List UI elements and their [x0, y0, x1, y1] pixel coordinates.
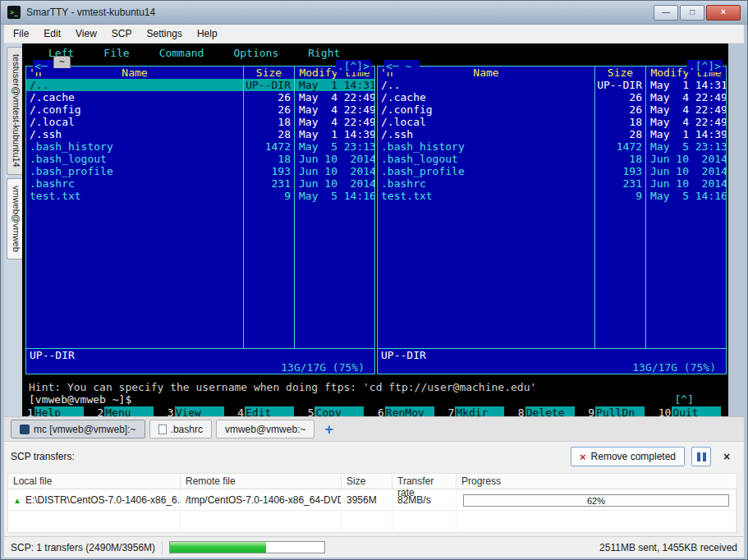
- mc-menu-right[interactable]: Right: [308, 47, 340, 59]
- remove-completed-button[interactable]: × Remove completed: [571, 447, 685, 466]
- panel-scroll-marker[interactable]: .[^]>: [687, 60, 723, 72]
- current-dir-chip[interactable]: ~: [53, 56, 71, 68]
- transfer-row[interactable]: ▲ E:\DISTR\CentOS-7.0-1406-x86_6... /tmp…: [8, 489, 737, 511]
- side-tab-strip: testuser@vmtest-kubuntu14 vmweb@vmweb: [4, 44, 22, 416]
- file-row[interactable]: .bashrc231Jun 10 2014: [26, 177, 374, 190]
- header-local-file[interactable]: Local file: [8, 474, 181, 489]
- panel-free-space: 13G/17G (75%): [26, 361, 374, 374]
- menu-edit[interactable]: Edit: [36, 25, 68, 42]
- file-row[interactable]: /..UP--DIRMay 1 14:31: [378, 79, 726, 91]
- add-tab-button[interactable]: +: [319, 422, 339, 437]
- menu-settings[interactable]: Settings: [140, 25, 190, 42]
- transfer-progress-label: 62%: [464, 495, 728, 506]
- file-row[interactable]: test.txt9May 5 14:16: [378, 190, 726, 202]
- header-transfer-rate[interactable]: Transfer rate: [392, 474, 457, 489]
- panel-ministatus: UP--DIR: [378, 349, 726, 361]
- scp-table-empty-area: [8, 511, 737, 532]
- status-transfer-summary: SCP: 1 transfers (2490M/3956M): [11, 542, 155, 553]
- scp-transfer-table: Local file Remote file Size Transfer rat…: [7, 473, 737, 533]
- menu-bar: File Edit View SCP Settings Help: [4, 25, 744, 44]
- history-button[interactable]: [^]: [675, 393, 694, 406]
- app-icon: >_: [7, 6, 21, 19]
- transfer-size: 3956M: [342, 489, 392, 511]
- session-tab-shell[interactable]: vmweb@vmweb:~: [216, 420, 315, 438]
- session-tab-bar: mc [vmweb@vmweb]:~ .bashrc vmweb@vmweb:~…: [4, 416, 744, 441]
- status-divider: [162, 541, 163, 554]
- transfer-rate: 82MB/s: [392, 489, 457, 511]
- command-line[interactable]: [vmweb@vmweb ~]$ [^]: [25, 393, 728, 406]
- mc-menu-bar: Left File Command Options Right: [25, 47, 728, 59]
- mc-menu-command[interactable]: Command: [159, 47, 204, 59]
- mc-tab-icon: [20, 425, 30, 434]
- file-row[interactable]: test.txt9May 5 14:16: [26, 190, 374, 202]
- file-row[interactable]: .bash_logout18Jun 10 2014: [26, 153, 374, 165]
- scp-panel-title: SCP transfers:: [11, 451, 75, 462]
- header-remote-file[interactable]: Remote file: [181, 474, 342, 489]
- remove-completed-icon: ×: [580, 452, 586, 462]
- status-progress-bar: [169, 541, 325, 553]
- file-row[interactable]: /.cache26May 4 22:49: [378, 91, 726, 103]
- minimize-button[interactable]: —: [654, 5, 678, 21]
- panel-empty-area: [26, 202, 374, 348]
- app-window: >_ SmarTTY - vmtest-kubuntu14 — □ × File…: [0, 0, 748, 560]
- close-button[interactable]: ×: [706, 5, 741, 21]
- title-bar: >_ SmarTTY - vmtest-kubuntu14 — □ ×: [1, 1, 747, 25]
- status-bytes-counters: 2511MB sent, 1455KB received: [599, 542, 737, 553]
- side-tab-testuser[interactable]: testuser@vmtest-kubuntu14: [7, 47, 22, 175]
- file-row[interactable]: .bash_profile193Jun 10 2014: [378, 165, 726, 177]
- shell-prompt: [vmweb@vmweb ~]$: [29, 393, 131, 406]
- upload-icon: ▲: [13, 496, 21, 505]
- panel-column-headers: 'n Name Size Modify time: [378, 67, 726, 79]
- file-row[interactable]: .bash_logout18Jun 10 2014: [378, 153, 726, 165]
- file-row[interactable]: /.cache26May 4 22:49: [26, 91, 374, 103]
- menu-view[interactable]: View: [68, 25, 104, 42]
- column-header-size[interactable]: Size: [594, 67, 645, 79]
- panel-path-label[interactable]: <─ ~: [384, 60, 420, 72]
- mc-panel-right: <─ ~ .[^]> 'n Name Size Modify time /..U…: [377, 66, 727, 374]
- mc-menu-file[interactable]: File: [103, 47, 129, 59]
- file-row[interactable]: /.ssh28May 1 14:39: [378, 128, 726, 140]
- transfer-progress-bar: 62%: [463, 494, 729, 507]
- status-bar: SCP: 1 transfers (2490M/3956M) 2511MB se…: [4, 536, 744, 558]
- panel-column-headers: 'n Name Size Modify time: [26, 67, 374, 79]
- menu-file[interactable]: File: [6, 25, 36, 42]
- file-row[interactable]: .bash_history1472May 5 23:13: [378, 140, 726, 153]
- session-tab-mc[interactable]: mc [vmweb@vmweb]:~: [11, 420, 145, 438]
- header-size[interactable]: Size: [342, 474, 392, 489]
- transfer-remote-file: /tmp/CentOS-7.0-1406-x86_64-DVD.i...: [181, 489, 342, 511]
- mc-hint-line: Hint: You can specify the username when …: [25, 381, 728, 393]
- mc-panels: <─ ~ .[^]> 'n Name Size Modify time /..U…: [25, 66, 727, 374]
- file-row[interactable]: .bashrc231Jun 10 2014: [378, 177, 726, 190]
- maximize-button[interactable]: □: [680, 5, 704, 21]
- file-row[interactable]: /.local18May 4 22:49: [26, 116, 374, 128]
- document-icon: [158, 425, 167, 434]
- panel-empty-area: [378, 202, 726, 348]
- file-row[interactable]: /.ssh28May 1 14:39: [26, 128, 374, 140]
- mc-panel-left: <─ ~ .[^]> 'n Name Size Modify time /..U…: [25, 66, 375, 374]
- close-scp-panel-button[interactable]: ×: [718, 448, 736, 466]
- panel-ministatus: UP--DIR: [26, 349, 374, 361]
- transfer-local-file: E:\DISTR\CentOS-7.0-1406-x86_6...: [25, 494, 181, 506]
- session-tab-bashrc[interactable]: .bashrc: [149, 420, 212, 438]
- file-row[interactable]: .bash_profile193Jun 10 2014: [26, 165, 374, 177]
- mc-menu-options[interactable]: Options: [233, 47, 278, 59]
- file-row[interactable]: /.config26May 4 22:49: [378, 103, 726, 116]
- panel-free-space: 13G/17G (75%): [378, 361, 726, 374]
- side-tab-vmweb[interactable]: vmweb@vmweb: [7, 178, 22, 259]
- column-header-size[interactable]: Size: [243, 67, 294, 79]
- file-row[interactable]: /.local18May 4 22:49: [378, 116, 726, 128]
- pause-icon: [697, 452, 706, 461]
- file-row[interactable]: /..UP--DIRMay 1 14:31: [26, 79, 374, 91]
- scp-transfers-panel: SCP transfers: × Remove completed × Loca…: [4, 441, 744, 536]
- window-title: SmarTTY - vmtest-kubuntu14: [26, 7, 155, 18]
- file-row[interactable]: .bash_history1472May 5 23:13: [26, 140, 374, 153]
- pause-transfers-button[interactable]: [691, 447, 711, 466]
- menu-help[interactable]: Help: [190, 25, 225, 42]
- menu-scp[interactable]: SCP: [104, 25, 140, 42]
- scp-table-header: Local file Remote file Size Transfer rat…: [8, 474, 737, 489]
- file-row[interactable]: /.config26May 4 22:49: [26, 103, 374, 116]
- header-progress[interactable]: Progress: [457, 474, 737, 489]
- panel-scroll-marker[interactable]: .[^]>: [336, 60, 371, 72]
- terminal[interactable]: Left File Command Options Right ~ <─ ~ .…: [22, 44, 728, 416]
